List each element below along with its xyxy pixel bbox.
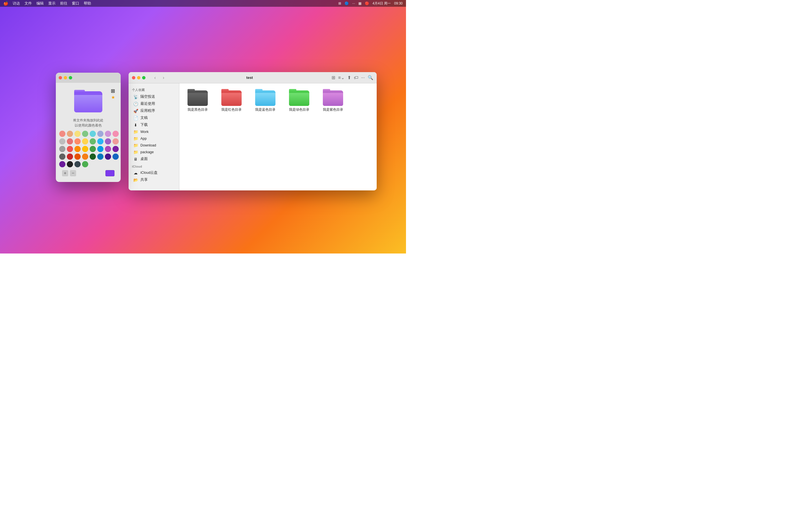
finder-close-button[interactable] — [132, 76, 135, 79]
swatch-blue-deep2[interactable] — [112, 154, 119, 160]
swatch-blue-medium[interactable] — [97, 138, 103, 145]
swatch-yellow-medium[interactable] — [82, 138, 88, 145]
forward-button[interactable]: › — [160, 75, 167, 80]
search-icon[interactable]: 🔍 — [368, 75, 373, 80]
swatch-violet[interactable] — [105, 146, 111, 152]
folder-item-purple[interactable]: 我是紫色目录 — [320, 89, 346, 112]
swatch-yellow-light[interactable] — [74, 131, 81, 137]
swatch-gray-dark[interactable] — [59, 154, 65, 160]
swatch-green-medium2[interactable] — [82, 161, 88, 167]
sidebar-item-downloads[interactable]: ⬇ 下载 — [130, 121, 178, 128]
swatch-rose-light[interactable] — [112, 131, 119, 137]
sidebar-item-app[interactable]: 📁 App — [130, 135, 178, 142]
menu-file[interactable]: 文件 — [24, 1, 32, 6]
swatch-orange-deep[interactable] — [74, 154, 81, 160]
folder-icon-blue — [255, 89, 275, 106]
close-button[interactable] — [59, 76, 62, 79]
menubar-icon1[interactable]: 🔵 — [345, 1, 349, 5]
sidebar-label-recent: 最近使用 — [140, 101, 155, 106]
custom-color-swatch[interactable] — [105, 170, 114, 176]
sidebar-section-icloud: iCloud — [129, 163, 179, 169]
swatch-blue-deep[interactable] — [97, 154, 103, 160]
finder-maximize-button[interactable] — [142, 76, 146, 79]
swatch-red-dark[interactable] — [67, 146, 73, 152]
menu-help[interactable]: 帮助 — [84, 1, 91, 6]
menu-finda[interactable]: 访达 — [13, 1, 20, 6]
swatch-red-light2[interactable] — [112, 138, 119, 145]
swatch-orange-dark[interactable] — [74, 146, 81, 152]
swatch-violet-deep[interactable] — [59, 161, 65, 167]
swatch-green-medium[interactable] — [90, 138, 96, 145]
sidebar-item-desktop[interactable]: 🖥 桌面 — [130, 156, 178, 163]
sidebar-item-package[interactable]: 📁 package — [130, 149, 178, 156]
swatch-gray-medium[interactable] — [59, 146, 65, 152]
swatch-orange-medium[interactable] — [74, 138, 81, 145]
swatch-green-dark[interactable] — [90, 146, 96, 152]
menubar-icon4[interactable]: 🔴 — [365, 1, 369, 5]
desktop-icon: 🖥 — [133, 157, 138, 161]
star-button[interactable]: ★ — [111, 95, 115, 100]
swatch-teal-light[interactable] — [90, 131, 96, 137]
menu-view[interactable]: 显示 — [48, 1, 56, 6]
menubar-icon2[interactable]: ··· — [352, 1, 355, 5]
sidebar-label-desktop: 桌面 — [140, 157, 148, 161]
icloud-drive-icon: ☁ — [133, 171, 138, 175]
sidebar-item-documents[interactable]: 📄 文稿 — [130, 114, 178, 121]
swatch-gray-deep[interactable] — [67, 161, 73, 167]
menubar-icon3[interactable]: ▦ — [358, 1, 361, 5]
sidebar-item-recent[interactable]: 🕐 最近使用 — [130, 100, 178, 107]
swatch-amber-deep[interactable] — [82, 154, 88, 160]
color-picker-panel: ⊞ ★ 将文件夹拖放到此处 以使用此颜色着色 — [56, 73, 121, 182]
folder-item-red[interactable]: 我是红色目录 — [219, 89, 244, 112]
add-color-button[interactable]: + — [62, 170, 68, 176]
back-button[interactable]: ‹ — [151, 75, 159, 80]
maximize-button[interactable] — [69, 76, 72, 79]
panel-titlebar — [56, 73, 121, 83]
sidebar-item-airdrop[interactable]: 📡 隔空投送 — [130, 93, 178, 100]
swatch-purple-medium[interactable] — [105, 138, 111, 145]
menubar-datetime: 4月4日 周一 — [372, 1, 391, 6]
emoji-grid-button[interactable]: ⊞ — [111, 88, 115, 94]
tag-icon[interactable]: 🏷 — [354, 75, 358, 80]
folder-item-blue[interactable]: 我是蓝色目录 — [253, 89, 278, 112]
swatch-gray-light[interactable] — [59, 138, 65, 145]
swatch-red-deep[interactable] — [67, 154, 73, 160]
view-options-icon[interactable]: ≡⌄ — [338, 75, 344, 80]
swatch-purple-dark2[interactable] — [112, 146, 119, 152]
sidebar-item-icloud-drive[interactable]: ☁ iCloud云盘 — [130, 169, 178, 176]
finder-toolbar-right: ⊞ ≡⌄ ⬆ 🏷 ··· 🔍 — [332, 75, 373, 80]
swatch-orange-light[interactable] — [67, 131, 73, 137]
swatch-blue-dark[interactable] — [97, 146, 103, 152]
swatch-purple-light[interactable] — [105, 131, 111, 137]
menubar-control-center[interactable]: ⊞ — [338, 1, 341, 5]
menu-window[interactable]: 窗口 — [72, 1, 79, 6]
menu-go[interactable]: 前往 — [60, 1, 67, 6]
more-icon[interactable]: ··· — [361, 75, 365, 80]
finder-minimize-button[interactable] — [137, 76, 140, 79]
sidebar-item-download-folder[interactable]: 📁 Download — [130, 142, 178, 149]
sidebar-section-personal: 个人收藏 — [129, 86, 179, 93]
folder-item-green[interactable]: 我是绿色目录 — [287, 89, 312, 112]
share-icon[interactable]: ⬆ — [347, 75, 351, 80]
swatch-red-medium[interactable] — [67, 138, 73, 145]
swatch-purple-deep[interactable] — [105, 154, 111, 160]
menu-edit[interactable]: 编辑 — [36, 1, 44, 6]
sidebar-item-applications[interactable]: 🚀 应用程序 — [130, 107, 178, 114]
apple-menu[interactable]: 🍎 — [3, 1, 8, 6]
sidebar-item-work[interactable]: 📁 Work — [130, 128, 178, 135]
sidebar-label-app: App — [140, 136, 147, 140]
folder-icon-green — [289, 89, 309, 106]
minimize-button[interactable] — [64, 76, 67, 79]
swatch-amber[interactable] — [82, 146, 88, 152]
swatch-pink-light[interactable] — [59, 131, 65, 137]
remove-color-button[interactable]: − — [70, 170, 76, 176]
swatch-indigo-light[interactable] — [97, 131, 103, 137]
folder-icon-purple — [323, 89, 343, 106]
view-icon[interactable]: ⊞ — [332, 75, 335, 80]
menubar-right: ⊞ 🔵 ··· ▦ 🔴 4月4日 周一 09:30 — [338, 1, 403, 6]
folder-item-black[interactable]: 我是黑色目录 — [185, 89, 210, 112]
swatch-green-light[interactable] — [82, 131, 88, 137]
swatch-green-deep[interactable] — [90, 154, 96, 160]
sidebar-item-shared[interactable]: 📂 共享 — [130, 176, 178, 183]
swatch-blue-gray[interactable] — [74, 161, 81, 167]
